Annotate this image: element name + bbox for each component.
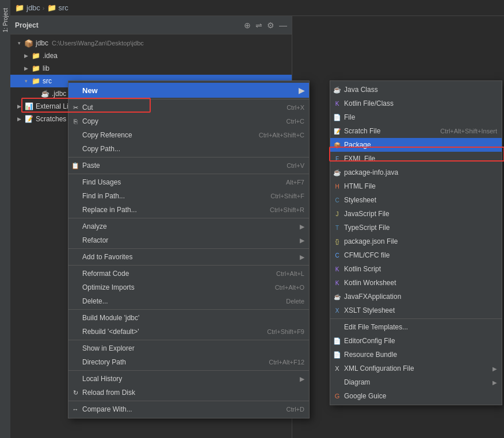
submenu-package[interactable]: 📦 Package <box>330 138 502 152</box>
separator-4 <box>68 218 309 218</box>
submenu-resource-bundle[interactable]: 📄 Resource Bundle <box>330 348 502 362</box>
menu-item-add-favorites[interactable]: Add to Favorites ▶ <box>68 250 309 264</box>
submenu-fxml[interactable]: F FXML File <box>330 152 502 166</box>
tree-item-lib[interactable]: ▶ 📁 lib <box>10 62 292 75</box>
menu-item-compare-with[interactable]: ↔ Compare With... Ctrl+D <box>68 402 309 416</box>
editorconfig-label: EditorConfig File <box>344 337 497 345</box>
tree-arrow-idea: ▶ <box>22 52 30 60</box>
package-info-label: package-info.java <box>344 168 497 176</box>
kotlin-script-icon: K <box>333 265 341 273</box>
menu-item-paste[interactable]: 📋 Paste Ctrl+V <box>68 159 309 172</box>
copy-reference-shortcut: Ctrl+Alt+Shift+C <box>259 132 304 139</box>
minimize-icon[interactable]: — <box>279 21 287 30</box>
add-favorites-arrow: ▶ <box>300 253 304 261</box>
submenu-html[interactable]: H HTML File <box>330 179 502 193</box>
add-favorites-label: Add to Favorites <box>82 253 295 261</box>
copy-path-label: Copy Path... <box>82 145 304 153</box>
layout-icon[interactable]: ⇌ <box>255 21 262 30</box>
submenu-kotlin-file[interactable]: K Kotlin File/Class <box>330 97 502 110</box>
tree-arrow-scratches: ▶ <box>15 115 23 123</box>
submenu-file[interactable]: 📄 File <box>330 110 502 124</box>
package-icon: 📦 <box>333 141 341 149</box>
globe-icon[interactable]: ⊕ <box>244 21 251 30</box>
scratch-file-label: Scratch File <box>344 127 434 135</box>
paste-label: Paste <box>82 162 275 170</box>
menu-item-replace-in-path[interactable]: Replace in Path... Ctrl+Shift+R <box>68 203 309 217</box>
submenu-javascript[interactable]: J JavaScript File <box>330 207 502 221</box>
submenu-diagram[interactable]: Diagram ▶ <box>330 375 502 389</box>
cut-icon: ✂ <box>71 103 79 112</box>
submenu-kotlin-script[interactable]: K Kotlin Script <box>330 262 502 276</box>
menu-item-directory-path[interactable]: Directory Path Ctrl+Alt+F12 <box>68 355 309 369</box>
stylesheet-label: Stylesheet <box>344 196 497 204</box>
submenu-package-info[interactable]: ☕ package-info.java <box>330 166 502 179</box>
submenu-xslt[interactable]: X XSLT Stylesheet <box>330 303 502 317</box>
cut-label: Cut <box>82 103 275 112</box>
typescript-label: TypeScript File <box>344 224 497 232</box>
breadcrumb-src[interactable]: src <box>59 3 68 12</box>
tree-item-idea[interactable]: ▶ 📁 .idea <box>10 49 292 62</box>
submenu-cfml[interactable]: C CFML/CFC file <box>330 248 502 262</box>
settings-icon[interactable]: ⚙ <box>267 21 274 30</box>
kotlin-worksheet-label: Kotlin Worksheet <box>344 279 497 287</box>
submenu-editorconfig[interactable]: 📄 EditorConfig File <box>330 334 502 348</box>
submenu-typescript[interactable]: T TypeScript File <box>330 221 502 235</box>
find-in-path-label: Find in Path... <box>82 192 259 200</box>
menu-item-copy-path[interactable]: Copy Path... <box>68 142 309 156</box>
paste-icon: 📋 <box>71 162 79 170</box>
fxml-icon: F <box>333 155 341 163</box>
kotlin-script-label: Kotlin Script <box>344 265 497 273</box>
jdbc-file-icon: ☕ <box>40 89 49 98</box>
refactor-arrow: ▶ <box>300 237 304 244</box>
sidebar-project-tab[interactable]: 1: Project <box>1 6 10 34</box>
new-arrow-icon: ▶ <box>299 86 304 95</box>
tree-arrow-root: ▾ <box>15 39 23 47</box>
breadcrumb-jdbc[interactable]: jdbc <box>26 3 40 12</box>
menu-item-new[interactable]: New ▶ <box>68 83 309 98</box>
reformat-shortcut: Ctrl+Alt+L <box>276 270 304 277</box>
menu-item-build-module[interactable]: Build Module 'jdbc' <box>68 311 309 325</box>
menu-item-copy-reference[interactable]: Copy Reference Ctrl+Alt+Shift+C <box>68 128 309 142</box>
menu-item-rebuild[interactable]: Rebuild '<default>' Ctrl+Shift+F9 <box>68 325 309 339</box>
xml-config-icon: X <box>333 364 341 372</box>
xml-config-arrow: ▶ <box>492 366 497 372</box>
src-folder-icon: 📁 <box>31 76 40 86</box>
directory-path-shortcut: Ctrl+Alt+F12 <box>269 359 304 366</box>
html-label: HTML File <box>344 182 497 190</box>
menu-item-copy[interactable]: ⎘ Copy Ctrl+C <box>68 114 309 128</box>
menu-item-reload-disk[interactable]: ↻ Reload from Disk <box>68 386 309 399</box>
directory-path-label: Directory Path <box>82 358 257 366</box>
tree-path-root: C:\Users\WangZan\Desktop\jdbc <box>52 40 144 47</box>
menu-item-refactor[interactable]: Refactor ▶ <box>68 233 309 247</box>
menu-item-optimize-imports[interactable]: Optimize Imports Ctrl+Alt+O <box>68 281 309 294</box>
menu-item-find-in-path[interactable]: Find in Path... Ctrl+Shift+F <box>68 189 309 203</box>
menu-item-local-history[interactable]: Local History ▶ <box>68 372 309 386</box>
menu-item-find-usages[interactable]: Find Usages Alt+F7 <box>68 175 309 189</box>
find-usages-label: Find Usages <box>82 178 274 186</box>
xml-config-label: XML Configuration File <box>344 364 490 372</box>
submenu-java-class[interactable]: ☕ Java Class <box>330 83 502 97</box>
submenu-google-guice[interactable]: G Google Guice <box>330 389 502 403</box>
javafx-icon: ☕ <box>333 293 341 301</box>
edit-templates-label: Edit File Templates... <box>344 323 497 331</box>
submenu-javafx[interactable]: ☕ JavaFXApplication <box>330 290 502 303</box>
submenu-scratch-file[interactable]: 📝 Scratch File Ctrl+Alt+Shift+Insert <box>330 124 502 138</box>
submenu-package-json[interactable]: {} package.json File <box>330 235 502 248</box>
copy-shortcut: Ctrl+C <box>287 118 304 125</box>
submenu-edit-templates[interactable]: Edit File Templates... <box>330 320 502 334</box>
menu-item-show-explorer[interactable]: Show in Explorer <box>68 341 309 355</box>
analyze-arrow: ▶ <box>300 223 304 230</box>
new-submenu: ☕ Java Class K Kotlin File/Class 📄 File … <box>330 80 502 405</box>
menu-item-cut[interactable]: ✂ Cut Ctrl+X <box>68 101 309 114</box>
submenu-stylesheet[interactable]: C Stylesheet <box>330 193 502 207</box>
separator-7 <box>68 309 309 310</box>
menu-item-analyze[interactable]: Analyze ▶ <box>68 220 309 233</box>
menu-item-delete[interactable]: Delete... Delete <box>68 294 309 308</box>
menu-item-reformat[interactable]: Reformat Code Ctrl+Alt+L <box>68 267 309 281</box>
submenu-xml-config[interactable]: X XML Configuration File ▶ <box>330 362 502 375</box>
submenu-kotlin-worksheet[interactable]: K Kotlin Worksheet <box>330 276 502 290</box>
breadcrumb: 📁 jdbc › 📁 src <box>10 0 504 16</box>
tree-item-root[interactable]: ▾ 📦 jdbc C:\Users\WangZan\Desktop\jdbc <box>10 37 292 49</box>
separator-3 <box>68 174 309 174</box>
idea-folder-icon: 📁 <box>31 51 40 60</box>
